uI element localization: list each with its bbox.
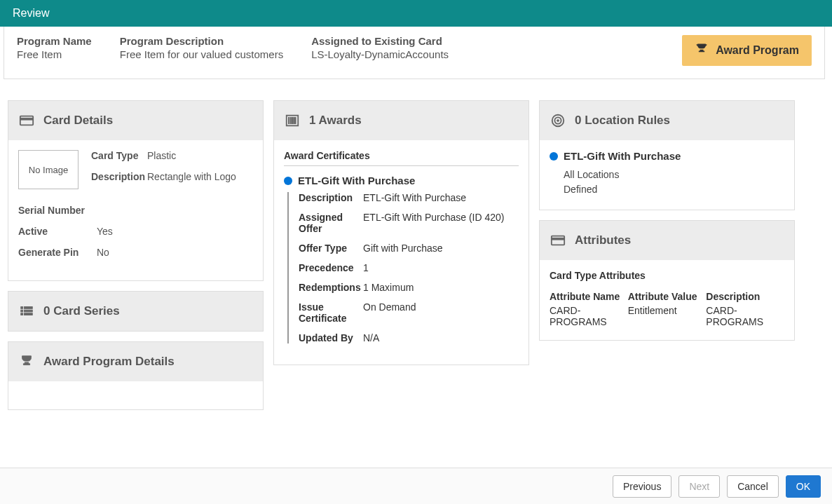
svg-rect-5 (24, 310, 32, 312)
location-item-name: ETL-Gift With Purchase (564, 150, 681, 162)
divider (284, 165, 519, 166)
header-program-name: Program Name Free Item (17, 35, 92, 60)
attr-name-header: Attribute Name (550, 291, 628, 302)
svg-rect-17 (552, 236, 564, 245)
attr-desc-header: Description (706, 291, 784, 302)
award-details: DescriptionETL-Gift With Purchase Assign… (287, 192, 519, 343)
award-program-label: Award Program (716, 44, 799, 57)
card-type-label: Card Type (91, 150, 147, 161)
svg-rect-3 (24, 307, 32, 309)
svg-rect-0 (20, 116, 33, 125)
card-desc-label: Description (91, 171, 147, 182)
previous-button[interactable]: Previous (613, 475, 671, 498)
award-program-button[interactable]: Award Program (682, 35, 812, 66)
assigned-card-label: Assigned to Existing Card (311, 35, 449, 47)
card-details-panel: Card Details No Image Card Type Plastic (8, 100, 264, 281)
attributes-heading: Card Type Attributes (550, 270, 784, 281)
card-series-title: 0 Card Series (43, 304, 120, 318)
ad-issue-cert-label: Issue Certificate (299, 301, 363, 324)
bullet-icon (550, 152, 558, 161)
cancel-button[interactable]: Cancel (727, 475, 779, 498)
attr-desc-value: CARD-PROGRAMS (706, 305, 784, 327)
assigned-card-value: LS-Loyalty-DynamicAccounts (311, 48, 449, 60)
award-item-row[interactable]: ETL-Gift With Purchase (284, 175, 519, 186)
ad-description-value: ETL-Gift With Purchase (363, 192, 519, 203)
location-line1: All Locations (564, 168, 784, 182)
card-icon (550, 232, 566, 249)
card-series-panel: 0 Card Series (8, 291, 264, 332)
attr-name-value: CARD-PROGRAMS (550, 305, 628, 327)
svg-rect-12 (294, 117, 294, 123)
location-item-row[interactable]: ETL-Gift With Purchase (550, 150, 784, 162)
active-value: Yes (97, 226, 113, 237)
trophy-icon (695, 42, 709, 59)
generate-pin-value: No (97, 247, 109, 258)
award-program-details-header: Award Program Details (8, 342, 263, 381)
title-bar: Review (0, 0, 832, 27)
card-desc-value: Rectangle with Logo (147, 171, 236, 182)
svg-rect-7 (24, 313, 32, 315)
awards-header: 1 Awards (274, 101, 528, 140)
location-line2: Defined (564, 182, 784, 197)
card-type-value: Plastic (147, 150, 176, 161)
header-program-desc: Program Description Free Item for our va… (120, 35, 283, 60)
header-assigned-card: Assigned to Existing Card LS-Loyalty-Dyn… (311, 35, 449, 60)
ad-updated-by-value: N/A (363, 332, 519, 343)
award-item-name: ETL-Gift With Purchase (298, 175, 415, 186)
svg-rect-13 (295, 117, 296, 123)
ad-redemptions-label: Redemptions (299, 282, 363, 293)
next-button[interactable]: Next (678, 475, 720, 498)
svg-rect-9 (289, 117, 289, 123)
awards-panel: 1 Awards Award Certificates ETL-Gift Wit… (273, 100, 529, 365)
program-name-label: Program Name (17, 35, 92, 47)
awards-title: 1 Awards (309, 114, 362, 128)
serial-label: Serial Number (18, 205, 97, 216)
ad-updated-by-label: Updated By (299, 332, 363, 343)
attributes-header: Attributes (540, 221, 794, 260)
ad-redemptions-value: 1 Maximum (363, 282, 519, 293)
list-icon (18, 303, 35, 320)
scroll-area[interactable]: Card Details No Image Card Type Plastic (4, 95, 828, 465)
program-desc-value: Free Item for our valued customers (120, 48, 283, 60)
award-program-details-panel: Award Program Details (8, 341, 264, 410)
attr-value-header: Attribute Value (628, 291, 707, 302)
ad-assigned-offer-value: ETL-Gift With Purchase (ID 420) (363, 212, 519, 234)
svg-rect-4 (21, 310, 23, 312)
card-series-header: 0 Card Series (8, 292, 263, 331)
svg-rect-11 (292, 117, 293, 123)
no-image-placeholder: No Image (18, 150, 79, 189)
card-icon (18, 112, 35, 129)
card-details-title: Card Details (43, 114, 113, 128)
ad-issue-cert-value: On Demand (363, 301, 519, 324)
attributes-panel: Attributes Card Type Attributes Attribut… (539, 220, 795, 341)
footer: Previous Next Cancel OK (0, 468, 832, 504)
ad-offer-type-label: Offer Type (299, 243, 363, 254)
svg-rect-6 (21, 313, 23, 315)
bullet-icon (284, 177, 292, 185)
location-rules-panel: 0 Location Rules ETL-Gift With Purchase … (539, 100, 795, 210)
header-area: Program Name Free Item Program Descripti… (4, 27, 825, 79)
ad-precedence-value: 1 (363, 262, 519, 273)
ad-precedence-label: Precedence (299, 262, 363, 273)
award-program-details-title: Award Program Details (43, 355, 175, 369)
generate-pin-label: Generate Pin (18, 247, 97, 258)
attributes-table: Attribute Name CARD-PROGRAMS Attribute V… (550, 291, 784, 327)
ad-offer-type-value: Gift with Purchase (363, 243, 519, 254)
ok-button[interactable]: OK (786, 475, 821, 498)
svg-point-16 (557, 120, 559, 122)
svg-rect-1 (20, 118, 33, 120)
program-name-value: Free Item (17, 48, 92, 60)
page-title: Review (13, 7, 49, 19)
svg-rect-10 (290, 117, 291, 123)
program-desc-label: Program Description (120, 35, 283, 47)
location-rules-title: 0 Location Rules (575, 114, 670, 128)
attributes-title: Attributes (575, 233, 631, 247)
review-page: Review Program Name Free Item Program De… (0, 0, 832, 504)
svg-rect-2 (21, 307, 23, 309)
attr-value-value: Entitlement (628, 305, 707, 316)
active-label: Active (18, 226, 97, 237)
card-details-header: Card Details (8, 101, 263, 140)
svg-rect-18 (552, 238, 564, 240)
trophy-icon (18, 353, 35, 370)
award-certificates-heading: Award Certificates (284, 150, 519, 161)
